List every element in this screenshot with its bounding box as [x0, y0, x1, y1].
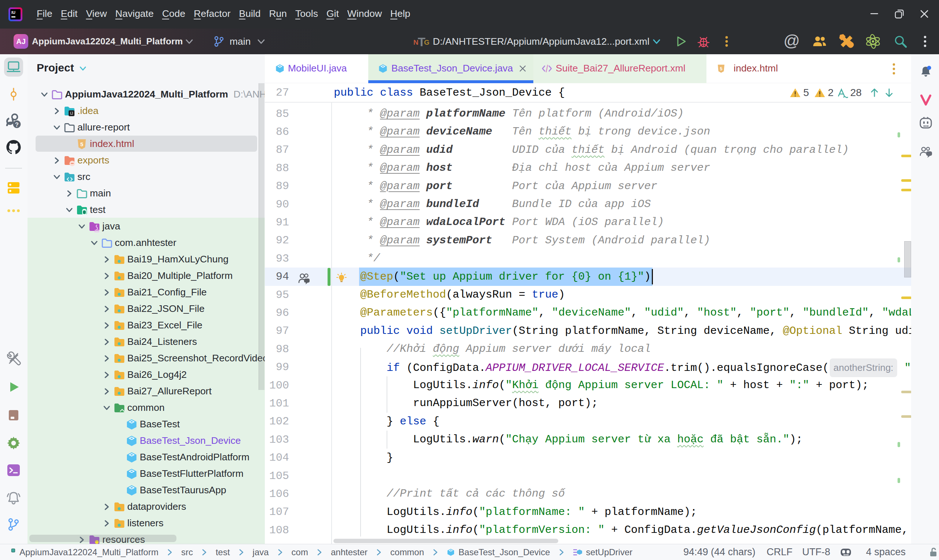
svg-text:IJ: IJ	[70, 111, 73, 115]
svg-text:G: G	[424, 38, 430, 46]
svg-text:5: 5	[80, 141, 83, 147]
svg-text:?: ?	[15, 122, 19, 128]
svg-text:5: 5	[720, 66, 723, 71]
svg-text:IU: IU	[11, 10, 15, 15]
